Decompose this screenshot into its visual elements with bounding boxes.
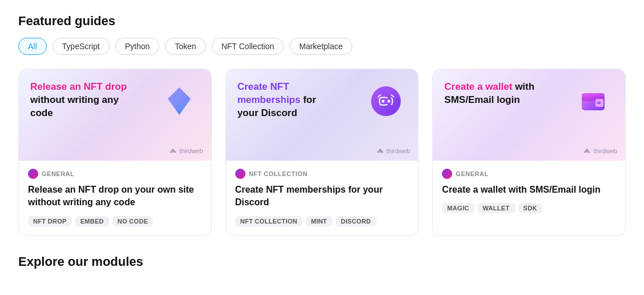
category-label-1: GENERAL [42,170,74,177]
svg-point-2 [371,86,401,116]
filter-chip-python[interactable]: Python [115,38,160,55]
card-banner-1: Release an NFT drop without writing any … [19,69,211,161]
tag-nft-drop: NFT DROP [28,216,72,226]
watermark-text-1: thirdweb [179,148,203,154]
card-banner-3: Create a wallet with SMS/Email login [433,69,625,161]
filter-chip-all[interactable]: All [18,38,47,55]
guide-card-wallet[interactable]: Create a wallet with SMS/Email login [432,69,626,236]
filter-chip-token[interactable]: Token [165,38,206,55]
card-banner-text-1: Release an NFT drop without writing any … [30,81,128,120]
banner-highlight-3: Create a wallet [444,81,512,92]
watermark-text-3: thirdweb [593,148,617,154]
card-category-3: GENERAL [442,169,616,179]
banner-text-suffix-1: without writing any code [30,94,119,118]
svg-rect-8 [597,102,601,104]
card-banner-text-2: Create NFT memberships for your Discord [238,81,336,120]
card-body-3: GENERAL Create a wallet with SMS/Email l… [433,161,625,222]
category-icon-3 [442,169,452,179]
card-category-2: NFT COLLECTION [235,169,409,179]
tags-row-3: MAGIC WALLET SDK [442,203,616,213]
banner-highlight-2: Create NFT memberships [238,81,301,105]
filter-chip-typescript[interactable]: TypeScript [53,38,110,55]
tag-nft-collection: NFT COLLECTION [235,216,303,226]
card-title-1: Release an NFT drop on your own site wit… [28,184,202,209]
category-icon-1 [28,169,38,179]
filter-bar: All TypeScript Python Token NFT Collecti… [18,38,626,55]
tag-magic: MAGIC [442,203,474,213]
svg-point-3 [382,100,385,103]
guide-card-nft-drop[interactable]: Release an NFT drop without writing any … [18,69,212,236]
card-banner-text-3: Create a wallet with SMS/Email login [444,81,542,107]
thirdweb-watermark-3: thirdweb [583,147,617,155]
tags-row-1: NFT DROP EMBED NO CODE [28,216,202,226]
category-label-2: NFT COLLECTION [249,170,308,177]
svg-rect-9 [582,93,605,97]
category-label-3: GENERAL [456,170,488,177]
tags-row-2: NFT COLLECTION MINT DISCORD [235,216,409,226]
featured-guides-title: Featured guides [18,14,626,29]
tag-no-code: NO CODE [112,216,153,226]
discord-illustration [365,81,406,122]
card-title-2: Create NFT memberships for your Discord [235,184,409,209]
card-banner-2: Create NFT memberships for your Discord [226,69,418,161]
guide-card-nft-memberships[interactable]: Create NFT memberships for your Discord [226,69,419,236]
explore-modules-title: Explore our modules [18,254,626,269]
cards-grid: Release an NFT drop without writing any … [18,69,626,236]
filter-chip-nft-collection[interactable]: NFT Collection [212,38,284,55]
card-title-3: Create a wallet with SMS/Email login [442,184,616,196]
drop-illustration [159,81,200,122]
tag-embed: EMBED [75,216,109,226]
category-icon-2 [235,169,245,179]
card-body-1: GENERAL Release an NFT drop on your own … [19,161,211,236]
card-category-1: GENERAL [28,169,202,179]
banner-highlight-1: Release an NFT drop [30,81,127,92]
tag-sdk: SDK [518,203,542,213]
tag-mint: MINT [306,216,332,226]
thirdweb-watermark-1: thirdweb [169,147,203,155]
wallet-illustration [573,81,614,122]
watermark-text-2: thirdweb [387,148,410,154]
tag-discord: DISCORD [336,216,376,226]
tag-wallet: WALLET [478,203,515,213]
card-body-2: NFT COLLECTION Create NFT memberships fo… [226,161,418,236]
svg-point-4 [388,100,391,103]
thirdweb-watermark-2: thirdweb [376,147,410,155]
filter-chip-marketplace[interactable]: Marketplace [289,38,352,55]
